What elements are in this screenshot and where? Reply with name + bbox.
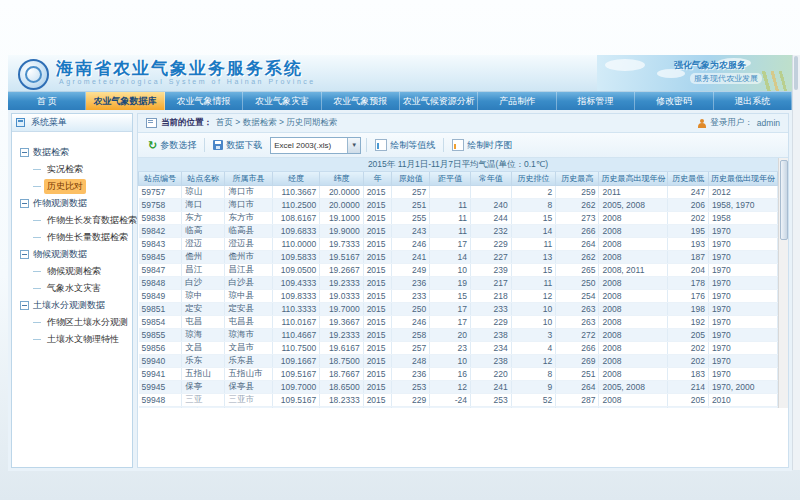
nav-item-5[interactable]: 农业气象预报 — [322, 92, 400, 110]
sidebar-group-4[interactable]: 土壤水分观测数据 — [20, 297, 130, 314]
sidebar-title: 系统菜单 — [31, 117, 67, 127]
table-cell: 251 — [392, 199, 430, 212]
collapse-icon[interactable] — [20, 250, 29, 259]
table-cell: 253 — [471, 394, 512, 407]
table-cell: 2008 — [599, 368, 668, 381]
sidebar-group-3[interactable]: 物候观测数据 — [20, 246, 130, 263]
table-cell: 234 — [471, 342, 512, 355]
table-cell: 2005, 2008 — [599, 199, 668, 212]
nav-item-4[interactable]: 农业气象灾害 — [243, 92, 321, 110]
nav-item-2[interactable]: 农业气象数据库 — [86, 92, 164, 110]
data-download-label: 数据下载 — [226, 139, 262, 152]
sidebar-group-1[interactable]: 数据检索 — [20, 144, 130, 161]
table-cell: 2015 — [363, 329, 392, 342]
collapse-icon[interactable] — [20, 199, 29, 208]
table-scrollbar[interactable] — [778, 158, 788, 408]
nav-item-10[interactable]: 退出系统 — [714, 92, 792, 110]
table-cell: 18.6500 — [320, 381, 363, 394]
table-cell: 3 — [511, 329, 556, 342]
nav-item-8[interactable]: 指标管理 — [557, 92, 635, 110]
sidebar-item-2-2[interactable]: 作物生长量数据检索 — [33, 229, 130, 246]
table-header-row: 站点编号站点名称所属市县经度纬度年原始值距平值常年值历史排位历史最高历史最高出现… — [139, 172, 778, 186]
table-cell: 2011 — [599, 186, 668, 199]
table-cell: 18.2333 — [320, 394, 363, 407]
sidebar-item-3-1[interactable]: 物候观测检索 — [33, 263, 130, 280]
draw-timeseries-button[interactable]: 绘制时序图 — [449, 137, 515, 154]
nav-item-1[interactable]: 首 页 — [8, 92, 86, 110]
table-cell: 海口市 — [225, 199, 272, 212]
export-format-select[interactable]: Excel 2003(.xls) ▼ — [270, 137, 361, 154]
table-cell: 15 — [430, 290, 471, 303]
table-title: 2015年 11月1日-11月7日平均气温(单位：0.1℃) — [138, 158, 778, 172]
table-col-header-1: 站点编号 — [139, 172, 182, 186]
table-cell: 220 — [471, 368, 512, 381]
nav: 首 页农业气象数据库农业气象情报农业气象灾害农业气象预报农业气候资源分析产品制作… — [8, 92, 792, 110]
tree-connector-icon — [33, 288, 41, 289]
table-cell: 59757 — [139, 186, 182, 199]
table-cell: 14 — [511, 225, 556, 238]
table-cell: 9 — [511, 381, 556, 394]
table-cell: 2008 — [599, 355, 668, 368]
table-cell: 202 — [668, 355, 708, 368]
table-row: 59941五指山五指山市109.516718.76672015236162208… — [139, 368, 778, 381]
table-cell: 15 — [511, 264, 556, 277]
table-cell: 2008 — [599, 251, 668, 264]
table-zone: 2015年 11月1日-11月7日平均气温(单位：0.1℃) 站点编号站点名称所… — [138, 158, 788, 408]
page-scrollbar[interactable] — [792, 55, 800, 470]
table-cell: 205 — [668, 329, 708, 342]
table-cell: 265 — [556, 264, 599, 277]
table-cell: 108.6167 — [272, 212, 320, 225]
sidebar-group-label: 作物观测数据 — [33, 197, 87, 210]
data-download-button[interactable]: 数据下载 — [210, 137, 265, 154]
sidebar-item-4-1[interactable]: 作物区土壤水分观测 — [33, 314, 130, 331]
location-icon — [146, 118, 157, 128]
table-cell: 琼山 — [182, 186, 225, 199]
sidebar-item-label: 作物生长发育数据检索 — [44, 213, 140, 228]
table-cell: 257 — [392, 186, 430, 199]
sidebar-item-4-2[interactable]: 土壤水文物理特性 — [33, 331, 130, 348]
table-cell: 15 — [511, 212, 556, 225]
table-cell: 253 — [392, 381, 430, 394]
table-row: 59845儋州儋州市109.583319.5167201524114227132… — [139, 251, 778, 264]
nav-item-7[interactable]: 产品制作 — [478, 92, 556, 110]
nav-item-6[interactable]: 农业气候资源分析 — [400, 92, 478, 110]
sidebar-item-1-2[interactable]: 历史比对 — [33, 178, 130, 195]
table-cell: 59843 — [139, 238, 182, 251]
table-cell: 272 — [556, 329, 599, 342]
collapse-icon[interactable] — [20, 148, 29, 157]
table-cell: 2008 — [599, 316, 668, 329]
table-row: 59758海口海口市110.250020.0000201525111240826… — [139, 199, 778, 212]
sidebar-item-label: 作物生长量数据检索 — [44, 230, 131, 245]
table-cell: 273 — [556, 212, 599, 225]
table-cell: 59851 — [139, 303, 182, 316]
table-cell: 12 — [511, 355, 556, 368]
table-row: 59851定安定安县110.333319.7000201525017233102… — [139, 303, 778, 316]
table-cell: 243 — [392, 225, 430, 238]
breadcrumb[interactable]: 首页 > 数据检索 > 历史同期检索 — [216, 117, 337, 129]
sidebar-group-label: 土壤水分观测数据 — [33, 299, 105, 312]
table-cell: 202 — [668, 212, 708, 225]
table-cell: 2015 — [363, 394, 392, 407]
data-table: 站点编号站点名称所属市县经度纬度年原始值距平值常年值历史排位历史最高历史最高出现… — [138, 172, 778, 408]
nav-item-3[interactable]: 农业气象情报 — [165, 92, 243, 110]
page-scrollbar-thumb[interactable] — [794, 56, 798, 90]
param-select-button[interactable]: ↻ 参数选择 — [145, 137, 199, 154]
table-scrollbar-thumb[interactable] — [780, 160, 788, 240]
sidebar-group-2[interactable]: 作物观测数据 — [20, 195, 130, 212]
breadcrumb-label: 当前的位置： — [161, 117, 212, 129]
table-cell: 2015 — [363, 186, 392, 199]
sidebar-item-2-1[interactable]: 作物生长发育数据检索 — [33, 212, 130, 229]
user-icon — [698, 119, 706, 128]
sidebar-item-label: 土壤水文物理特性 — [44, 332, 122, 347]
nav-item-9[interactable]: 修改密码 — [635, 92, 713, 110]
sidebar-item-3-2[interactable]: 气象水文灾害 — [33, 280, 130, 297]
table-cell: 2005, 2008 — [599, 381, 668, 394]
draw-isoline-button[interactable]: 绘制等值线 — [372, 137, 438, 154]
table-row: 59940乐东乐东县109.166718.7500201524810238122… — [139, 355, 778, 368]
sidebar-item-1-1[interactable]: 实况检索 — [33, 161, 130, 178]
table-cell: 109.6833 — [272, 225, 320, 238]
table-cell: 241 — [471, 381, 512, 394]
collapse-icon[interactable] — [20, 301, 29, 310]
table-cell: 205 — [668, 394, 708, 407]
table-cell: 1970 — [708, 355, 777, 368]
